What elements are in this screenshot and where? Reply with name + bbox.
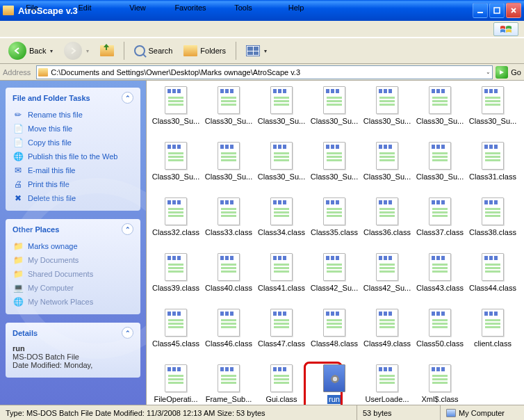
go-button[interactable] xyxy=(496,66,508,79)
file-item[interactable]: Class30_Su... xyxy=(255,86,308,139)
file-item[interactable]: Class44.class xyxy=(466,253,519,306)
file-item[interactable]: client.class xyxy=(466,309,519,362)
file-item[interactable]: Xml$.class xyxy=(414,364,466,405)
file-item[interactable]: Class30_Su... xyxy=(202,86,255,139)
file-item[interactable]: Class30_Su... xyxy=(255,142,308,195)
file-item[interactable]: Class41.class xyxy=(255,253,308,306)
task-item[interactable]: 📄Move this file xyxy=(13,122,133,136)
file-item[interactable]: Class30_Su... xyxy=(202,142,255,195)
class-file-icon xyxy=(429,364,451,392)
file-item[interactable]: Class33.class xyxy=(202,197,255,250)
file-item[interactable]: Frame_Sub... xyxy=(202,364,255,405)
forward-button[interactable]: ▾ xyxy=(60,40,93,62)
file-item[interactable]: Class39.class xyxy=(149,253,202,306)
status-location: My Computer xyxy=(441,405,524,420)
file-item[interactable]: Class34.class xyxy=(255,197,308,250)
file-item[interactable]: Class30_Su... xyxy=(149,142,202,195)
address-path: C:\Documents and Settings\Owner\Desktop\… xyxy=(51,68,482,76)
place-icon: 🌐 xyxy=(13,296,24,307)
file-item[interactable]: run xyxy=(308,364,361,405)
batch-file-icon xyxy=(323,364,345,392)
task-icon: 📄 xyxy=(13,137,24,148)
tasks-panel: File and Folder Tasks ⌃ ✏Rename this fil… xyxy=(6,88,140,211)
task-item[interactable]: ✏Rename this file xyxy=(13,108,133,122)
file-label: Class30_Su... xyxy=(416,117,464,126)
file-item[interactable]: FileOperati... xyxy=(149,364,202,405)
class-file-icon xyxy=(165,253,187,281)
place-label: My Computer xyxy=(28,284,74,292)
place-item[interactable]: 💻My Computer xyxy=(13,281,133,295)
file-item[interactable]: Class30_Su... xyxy=(361,142,414,195)
file-label: Class35.class xyxy=(311,228,358,237)
file-label: client.class xyxy=(474,339,511,348)
file-item[interactable]: Class31.class xyxy=(466,142,519,195)
file-label: Class34.class xyxy=(258,228,305,237)
file-label: Class39.class xyxy=(152,284,199,293)
place-item[interactable]: 📁Shared Documents xyxy=(13,267,133,281)
places-header[interactable]: Other Places ⌃ xyxy=(6,219,140,238)
task-label: Move this file xyxy=(28,124,72,133)
place-item[interactable]: 📁My Documents xyxy=(13,253,133,267)
class-file-icon xyxy=(165,142,187,170)
file-item[interactable]: Class30_Su... xyxy=(361,86,414,139)
file-item[interactable]: Class49.class xyxy=(361,309,414,362)
file-item[interactable]: Class45.class xyxy=(149,309,202,362)
file-item[interactable]: UserLoade... xyxy=(361,364,414,405)
file-item[interactable]: Class30_Su... xyxy=(414,86,466,139)
file-label: Xml$.class xyxy=(421,395,458,404)
file-item[interactable]: Class37.class xyxy=(414,197,466,250)
file-item[interactable]: Class30_Su... xyxy=(308,86,361,139)
chevron-down-icon[interactable]: ⌄ xyxy=(486,69,491,75)
file-item[interactable]: Class30_Su... xyxy=(149,86,202,139)
file-item[interactable]: Class38.class xyxy=(466,197,519,250)
file-item[interactable]: Class43.class xyxy=(414,253,466,306)
search-icon xyxy=(134,45,145,56)
task-item[interactable]: ✉E-mail this file xyxy=(13,163,133,177)
task-item[interactable]: ✖Delete this file xyxy=(13,191,133,205)
file-item[interactable]: Class30_Su... xyxy=(466,86,519,139)
menu-file[interactable]: File xyxy=(6,1,58,54)
class-file-icon xyxy=(323,253,345,281)
tasks-header[interactable]: File and Folder Tasks ⌃ xyxy=(6,88,140,106)
file-item[interactable]: Class46.class xyxy=(202,309,255,362)
file-item[interactable]: Class42_Su... xyxy=(361,253,414,306)
task-item[interactable]: 🖨Print this file xyxy=(13,177,133,191)
task-item[interactable]: 📄Copy this file xyxy=(13,136,133,150)
menu-favorites[interactable]: Favorites xyxy=(164,1,217,54)
file-item[interactable]: Class30_Su... xyxy=(308,142,361,195)
status-bar: Type: MS-DOS Batch File Date Modified: 1… xyxy=(0,405,524,420)
class-file-icon xyxy=(376,253,398,281)
file-label: Frame_Sub... xyxy=(206,395,252,404)
go-label: Go xyxy=(511,68,521,76)
task-label: Rename this file xyxy=(28,111,83,119)
file-label: Class30_Su... xyxy=(152,172,199,181)
menu-tools[interactable]: Tools xyxy=(217,1,270,54)
place-item[interactable]: 📁Marks ownage xyxy=(13,239,133,253)
file-item[interactable]: Class42_Su... xyxy=(308,253,361,306)
class-file-icon xyxy=(270,86,293,114)
file-item[interactable]: Class40.class xyxy=(202,253,255,306)
file-item[interactable]: Class30_Su... xyxy=(414,142,466,195)
minimize-button[interactable] xyxy=(473,3,488,18)
details-header[interactable]: Details ⌃ xyxy=(6,323,140,341)
place-item[interactable]: 🌐My Network Places xyxy=(13,295,133,309)
task-item[interactable]: 🌐Publish this file to the Web xyxy=(13,150,133,163)
file-item[interactable]: Class35.class xyxy=(308,197,361,250)
maximize-button[interactable] xyxy=(489,3,505,18)
close-button[interactable] xyxy=(506,3,521,18)
class-file-icon xyxy=(165,197,187,225)
class-file-icon xyxy=(270,197,293,225)
file-label: Class49.class xyxy=(363,339,411,348)
file-item[interactable]: Class48.class xyxy=(308,309,361,362)
file-label: Class36.class xyxy=(363,228,411,237)
file-item[interactable]: Class36.class xyxy=(361,197,414,250)
address-field[interactable]: C:\Documents and Settings\Owner\Desktop\… xyxy=(36,65,493,79)
file-area[interactable]: Class30_Su...Class30_Su...Class30_Su...C… xyxy=(146,81,524,405)
file-item[interactable]: Class32.class xyxy=(149,197,202,250)
file-item[interactable]: Class50.class xyxy=(414,309,466,362)
class-file-icon xyxy=(323,309,345,337)
file-item[interactable]: Class47.class xyxy=(255,309,308,362)
menu-help[interactable]: Help xyxy=(270,1,322,54)
file-item[interactable]: Gui.class xyxy=(255,364,308,405)
class-file-icon xyxy=(429,309,451,337)
